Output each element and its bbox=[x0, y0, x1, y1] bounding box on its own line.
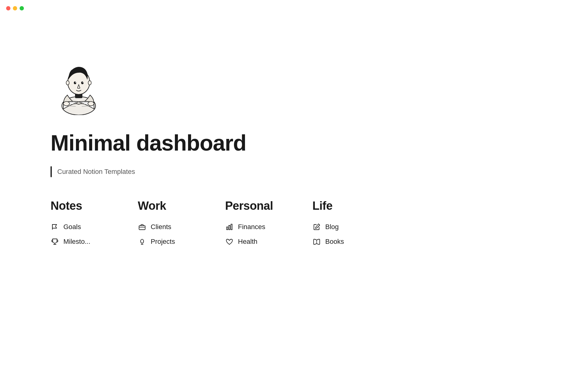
svg-point-16 bbox=[88, 102, 94, 106]
svg-rect-17 bbox=[139, 226, 145, 230]
subtitle-block: Curated Notion Templates bbox=[51, 166, 588, 177]
item-finances-label: Finances bbox=[238, 223, 265, 231]
page-title: Minimal dashboard bbox=[51, 131, 588, 155]
item-blog[interactable]: Blog bbox=[312, 221, 390, 233]
item-projects-label: Projects bbox=[151, 238, 175, 246]
flag-icon bbox=[51, 223, 59, 231]
item-books-label: Books bbox=[325, 238, 344, 246]
subtitle-bar bbox=[51, 166, 52, 177]
category-items-personal: Finances Health bbox=[225, 221, 303, 247]
item-goals[interactable]: Goals bbox=[51, 221, 129, 233]
svg-point-6 bbox=[83, 82, 84, 83]
category-life: Life Blog bbox=[312, 199, 400, 247]
svg-point-15 bbox=[63, 102, 70, 106]
category-items-notes: Goals Milesto... bbox=[51, 221, 129, 247]
avatar-illustration-section bbox=[51, 55, 588, 116]
subtitle-text: Curated Notion Templates bbox=[57, 168, 135, 176]
item-finances[interactable]: Finances bbox=[225, 221, 303, 233]
item-blog-label: Blog bbox=[325, 223, 339, 231]
item-clients[interactable]: Clients bbox=[138, 221, 216, 233]
traffic-light-green[interactable] bbox=[20, 6, 24, 10]
category-notes: Notes Goals bbox=[51, 199, 138, 247]
edit-icon bbox=[312, 223, 321, 231]
traffic-lights bbox=[6, 6, 24, 10]
category-items-work: Clients Projects bbox=[138, 221, 216, 247]
svg-rect-20 bbox=[227, 227, 228, 230]
svg-point-5 bbox=[75, 82, 76, 83]
trophy-icon bbox=[51, 238, 59, 245]
item-health-label: Health bbox=[238, 238, 258, 246]
person-illustration bbox=[51, 55, 107, 115]
item-milestones[interactable]: Milesto... bbox=[51, 236, 129, 247]
briefcase-icon bbox=[138, 223, 146, 231]
category-heading-work: Work bbox=[138, 199, 216, 213]
item-projects[interactable]: Projects bbox=[138, 236, 216, 247]
heart-icon bbox=[225, 238, 234, 245]
svg-point-8 bbox=[88, 81, 91, 85]
category-heading-life: Life bbox=[312, 199, 390, 213]
main-content: Minimal dashboard Curated Notion Templat… bbox=[0, 0, 588, 247]
item-books[interactable]: Books bbox=[312, 236, 390, 247]
category-work: Work Clients bbox=[138, 199, 225, 247]
category-items-life: Blog Books bbox=[312, 221, 390, 247]
svg-point-7 bbox=[66, 81, 69, 85]
book-icon bbox=[312, 238, 321, 245]
category-heading-personal: Personal bbox=[225, 199, 303, 213]
traffic-light-yellow[interactable] bbox=[13, 6, 17, 10]
categories-grid: Notes Goals bbox=[51, 199, 588, 247]
traffic-light-red[interactable] bbox=[6, 6, 10, 10]
item-goals-label: Goals bbox=[63, 223, 81, 231]
category-personal: Personal Finances bbox=[225, 199, 312, 247]
chart-bar-icon bbox=[225, 223, 234, 231]
lightbulb-icon bbox=[138, 238, 146, 245]
item-milestones-label: Milesto... bbox=[63, 238, 90, 246]
item-clients-label: Clients bbox=[151, 223, 171, 231]
item-health[interactable]: Health bbox=[225, 236, 303, 247]
category-heading-notes: Notes bbox=[51, 199, 129, 213]
svg-rect-22 bbox=[231, 224, 232, 230]
svg-rect-21 bbox=[229, 225, 230, 230]
